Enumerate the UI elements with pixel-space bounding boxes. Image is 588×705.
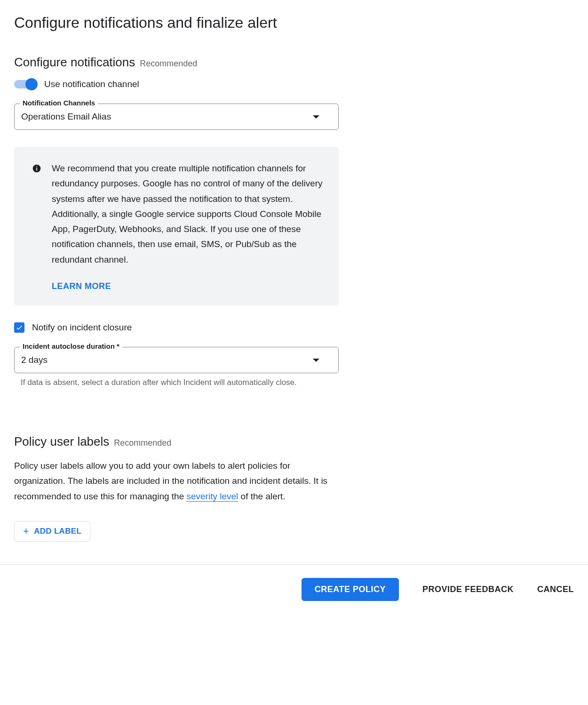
notifications-section-title: Configure notifications [14,55,135,70]
labels-section-title: Policy user labels [14,434,109,449]
provide-feedback-button[interactable]: PROVIDE FEEDBACK [422,585,514,594]
notify-closure-label: Notify on incident closure [32,322,132,333]
notifications-section-header: Configure notifications Recommended [14,55,339,70]
notify-closure-row: Notify on incident closure [14,322,339,333]
create-policy-button[interactable]: CREATE POLICY [302,578,399,601]
svg-rect-2 [36,166,37,167]
use-notification-channel-row: Use notification channel [14,79,339,89]
cancel-button[interactable]: CANCEL [537,585,574,594]
chevron-down-icon [313,359,319,362]
notification-info-box: We recommend that you create multiple no… [14,147,339,305]
autoclose-duration-label: Incident autoclose duration * [20,342,122,350]
severity-level-link[interactable]: severity level [186,491,238,502]
autoclose-helper-text: If data is absent, select a duration aft… [21,378,339,387]
labels-desc-text-after: of the alert. [238,491,285,501]
svg-rect-1 [36,168,37,171]
notification-info-text: We recommend that you create multiple no… [52,161,325,267]
footer-actions: CREATE POLICY PROVIDE FEEDBACK CANCEL [0,564,588,614]
add-label-text: ADD LABEL [34,527,81,536]
use-notification-channel-label: Use notification channel [44,79,139,89]
notification-channels-value: Operations Email Alias [21,112,111,122]
recommended-badge: Recommended [114,438,171,448]
plus-icon: + [23,526,29,537]
labels-description: Policy user labels allow you to add your… [14,458,339,504]
use-notification-channel-toggle[interactable] [14,80,35,88]
add-label-button[interactable]: + ADD LABEL [14,521,90,542]
notification-channels-field: Notification Channels Operations Email A… [14,104,339,130]
page-title: Configure notifications and finalize ale… [14,14,339,32]
labels-section-header: Policy user labels Recommended [14,434,339,449]
learn-more-link[interactable]: LEARN MORE [52,281,325,291]
chevron-down-icon [313,115,319,119]
info-icon [32,164,41,175]
recommended-badge: Recommended [140,59,197,69]
autoclose-duration-field: Incident autoclose duration * 2 days [14,347,339,373]
autoclose-duration-value: 2 days [21,355,48,365]
policy-labels-section: Policy user labels Recommended Policy us… [14,434,339,542]
notification-channels-select[interactable]: Operations Email Alias [14,104,339,130]
notify-closure-checkbox[interactable] [14,322,24,333]
notification-channels-label: Notification Channels [20,99,98,107]
autoclose-duration-select[interactable]: 2 days [14,347,339,373]
